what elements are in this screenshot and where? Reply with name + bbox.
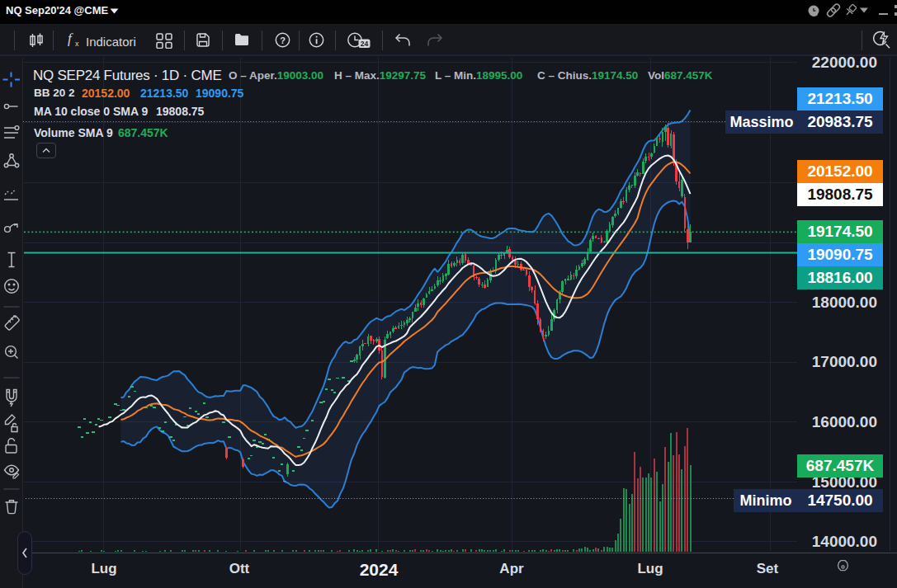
svg-text:f: f: [68, 31, 73, 46]
svg-text:x: x: [75, 40, 79, 48]
svg-text:?: ?: [280, 35, 286, 45]
svg-text:24: 24: [361, 40, 369, 48]
